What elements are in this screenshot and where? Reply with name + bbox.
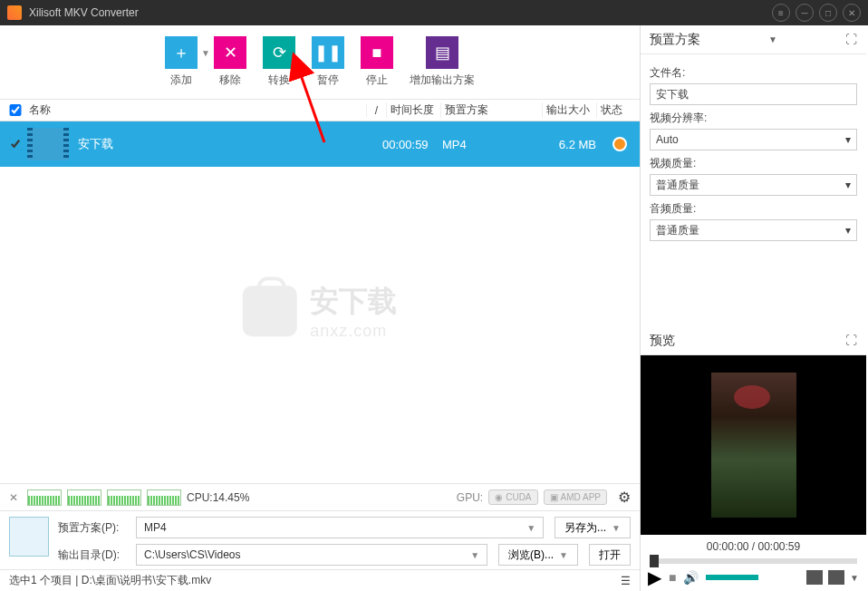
browse-button[interactable]: 浏览(B)...▼ xyxy=(498,544,578,566)
minimize-button[interactable]: ─ xyxy=(796,4,814,22)
filename-input[interactable]: 安下载 xyxy=(650,83,857,105)
video-thumbnail-icon xyxy=(27,128,69,160)
menu-button[interactable]: ≡ xyxy=(772,4,790,22)
volume-slider[interactable] xyxy=(706,575,758,580)
side-panel: 预置方案▼ ⛶ 文件名: 安下载 视频分辨率: Auto▾ 视频质量: 普通质量… xyxy=(641,25,866,591)
chevron-down-icon: ▼ xyxy=(526,523,535,533)
aquality-label: 音频质量: xyxy=(650,201,857,217)
preview-time: 00:00:00 / 00:00:59 xyxy=(641,535,866,558)
preset-header: 预置方案▼ ⛶ xyxy=(641,25,866,54)
item-name: 安下载 xyxy=(69,136,382,152)
output-dir-input[interactable]: C:\Users\CS\Videos ▼ xyxy=(136,544,487,566)
vquality-select[interactable]: 普通质量▾ xyxy=(650,174,857,196)
pause-label: 暂停 xyxy=(317,73,339,88)
remove-label: 移除 xyxy=(219,73,241,88)
aquality-select[interactable]: 普通质量▾ xyxy=(650,219,857,241)
list-header: 名称 / 时间长度 预置方案 输出大小 状态 xyxy=(0,100,640,121)
file-list: 安下载 00:00:59 MP4 6.2 MB 安下载 anxz.com xyxy=(0,121,640,483)
close-button[interactable]: ✕ xyxy=(843,4,861,22)
watermark: 安下载 anxz.com xyxy=(243,282,397,341)
pause-button[interactable]: ❚❚ 暂停 xyxy=(312,36,344,88)
cpu-spark-4 xyxy=(147,489,181,506)
snapshot-menu-icon[interactable]: ▼ xyxy=(850,573,859,583)
convert-label: 转换 xyxy=(268,73,290,88)
preview-frame xyxy=(711,373,796,518)
select-all-checkbox[interactable] xyxy=(7,104,24,116)
app-title: Xilisoft MKV Converter xyxy=(29,6,767,19)
expand-icon[interactable]: ⛶ xyxy=(845,33,857,46)
col-size[interactable]: 输出大小 xyxy=(542,102,596,118)
col-profile[interactable]: 预置方案 xyxy=(440,102,542,118)
preset-form: 文件名: 安下载 视频分辨率: Auto▾ 视频质量: 普通质量▾ 音频质量: … xyxy=(641,54,866,247)
stop-label: 停止 xyxy=(366,73,388,88)
expand-preview-icon[interactable]: ⛶ xyxy=(845,334,857,347)
format-icon xyxy=(9,517,49,557)
amd-badge[interactable]: ▣AMD APP xyxy=(544,489,607,505)
save-as-button[interactable]: 另存为...▼ xyxy=(555,517,631,538)
output-panel: 预置方案(P): MP4 ▼ 另存为...▼ 输出目录(D): C:\Users… xyxy=(0,510,640,569)
convert-button[interactable]: ⟳ 转换 xyxy=(263,36,295,88)
item-checkbox[interactable] xyxy=(7,138,24,150)
maximize-button[interactable]: □ xyxy=(819,4,837,22)
item-duration: 00:00:59 xyxy=(382,138,442,151)
preview-header: 预览 ⛶ xyxy=(641,326,866,355)
stop-playback-icon[interactable]: ■ xyxy=(669,570,676,585)
gpu-label: GPU: xyxy=(457,491,483,504)
seek-slider[interactable] xyxy=(650,558,857,564)
remove-button[interactable]: ✕ 移除 xyxy=(214,36,246,88)
title-bar: Xilisoft MKV Converter ≡ ─ □ ✕ xyxy=(0,0,868,25)
aspect-icon[interactable] xyxy=(806,570,823,585)
col-index[interactable]: / xyxy=(366,104,386,117)
chevron-down-icon: ▾ xyxy=(845,133,851,146)
list-view-icon[interactable]: ☰ xyxy=(621,575,631,587)
add-button[interactable]: ＋▼ 添加 xyxy=(165,36,198,88)
preview-area: 00:00:00 / 00:00:59 ▶ ■ 🔊 ▼ xyxy=(641,355,866,591)
nvidia-icon: ◉ xyxy=(495,492,503,502)
chevron-down-icon: ▼ xyxy=(470,550,479,560)
player-controls: ▶ ■ 🔊 ▼ xyxy=(641,564,866,591)
add-profile-button[interactable]: ▤ 增加输出方案 xyxy=(410,36,475,88)
col-name[interactable]: 名称 xyxy=(24,102,366,118)
list-item[interactable]: 安下载 00:00:59 MP4 6.2 MB xyxy=(0,121,640,167)
stop-button[interactable]: ■ 停止 xyxy=(361,36,393,88)
performance-bar: ✕ CPU:14.45% GPU: ◉CUDA ▣AMD APP ⚙ xyxy=(0,483,640,510)
add-profile-label: 增加输出方案 xyxy=(410,73,475,88)
profile-select[interactable]: MP4 ▼ xyxy=(136,517,544,538)
status-bar: 选中1 个项目 | D:\桌面\说明书\安下载.mkv ☰ xyxy=(0,569,640,591)
cpu-spark-2 xyxy=(67,489,101,506)
cpu-spark-3 xyxy=(107,489,141,506)
document-icon: ▤ xyxy=(426,36,458,69)
item-size: 6.2 MB xyxy=(544,138,600,151)
settings-gear-icon[interactable]: ⚙ xyxy=(618,489,631,506)
filename-label: 文件名: xyxy=(650,65,857,81)
item-profile: MP4 xyxy=(442,138,544,151)
chevron-down-icon: ▼ xyxy=(559,550,568,560)
chevron-down-icon: ▼ xyxy=(612,523,621,533)
item-status xyxy=(600,137,640,151)
x-icon: ✕ xyxy=(214,36,246,69)
refresh-icon: ⟳ xyxy=(263,36,295,69)
profile-label: 预置方案(P): xyxy=(58,520,129,536)
pause-icon: ❚❚ xyxy=(312,36,344,69)
volume-icon[interactable]: 🔊 xyxy=(683,570,699,585)
col-duration[interactable]: 时间长度 xyxy=(386,102,440,118)
chevron-down-icon: ▾ xyxy=(845,224,851,237)
app-logo-icon xyxy=(7,5,22,20)
col-status[interactable]: 状态 xyxy=(596,102,640,118)
pending-icon xyxy=(612,137,627,151)
output-dir-label: 输出目录(D): xyxy=(58,547,129,563)
bag-icon xyxy=(243,286,297,336)
cpu-spark-1 xyxy=(27,489,62,506)
perf-close-icon[interactable]: ✕ xyxy=(9,491,18,504)
add-label: 添加 xyxy=(170,73,192,88)
cuda-badge[interactable]: ◉CUDA xyxy=(488,489,537,505)
snapshot-icon[interactable] xyxy=(828,570,844,585)
stop-icon: ■ xyxy=(361,36,393,69)
seek-thumb[interactable] xyxy=(650,555,659,567)
open-button[interactable]: 打开 xyxy=(589,544,631,566)
resolution-select[interactable]: Auto▾ xyxy=(650,129,857,150)
preview-canvas[interactable] xyxy=(641,355,866,535)
play-icon[interactable]: ▶ xyxy=(648,567,661,588)
plus-icon: ＋▼ xyxy=(165,36,198,69)
main-pane: ＋▼ 添加 ✕ 移除 ⟳ 转换 ❚❚ 暂停 ■ 停止 ▤ 增加输出方案 xyxy=(0,25,641,591)
